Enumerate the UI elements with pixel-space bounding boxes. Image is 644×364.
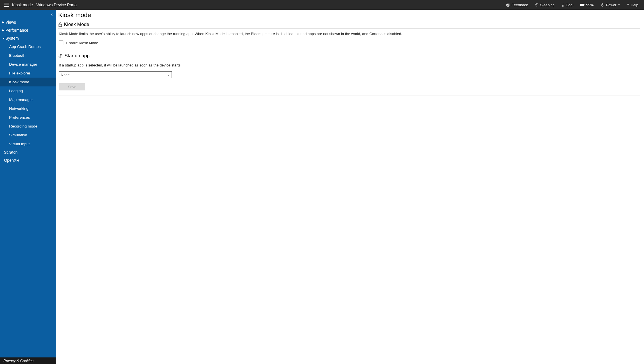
- collapse-sidebar-button[interactable]: [50, 11, 54, 18]
- nav-map-manager[interactable]: Map manager: [0, 95, 56, 104]
- divider: [58, 96, 640, 96]
- enable-kiosk-checkbox[interactable]: [59, 41, 63, 45]
- chevron-left-icon: [51, 13, 53, 16]
- sleeping-status[interactable]: Sleeping: [531, 3, 558, 7]
- pin-icon: [58, 54, 63, 58]
- nav-simulation[interactable]: Simulation: [0, 131, 56, 139]
- power-button[interactable]: Power ▼: [597, 3, 624, 7]
- feedback-button[interactable]: Feedback: [503, 3, 531, 7]
- nav-scratch-label: Scratch: [4, 150, 17, 155]
- help-button[interactable]: ? Help: [623, 3, 642, 7]
- startup-app-description: If a startup app is selected, it will be…: [58, 60, 640, 70]
- thermometer-icon: [562, 3, 564, 7]
- nav-app-crash-dumps[interactable]: App Crash Dumps: [0, 42, 56, 51]
- smiley-icon: [506, 3, 510, 7]
- svg-rect-4: [580, 4, 584, 6]
- cool-label: Cool: [566, 3, 573, 7]
- nav-views-label: Views: [5, 20, 16, 25]
- nav-performance-label: Performance: [5, 28, 28, 33]
- sidebar: ▶Views ▶Performance ◢System App Crash Du…: [0, 10, 56, 364]
- hamburger-icon[interactable]: [4, 3, 9, 7]
- nav-file-explorer[interactable]: File explorer: [0, 69, 56, 78]
- nav-tree: ▶Views ▶Performance ◢System App Crash Du…: [0, 10, 56, 164]
- nav-networking[interactable]: Networking: [0, 104, 56, 113]
- kiosk-mode-description: Kiosk Mode limits the user's ability to …: [58, 29, 640, 39]
- kiosk-mode-header-label: Kiosk Mode: [64, 22, 89, 27]
- battery-status[interactable]: 99%: [577, 3, 597, 7]
- battery-icon: [580, 3, 585, 6]
- startup-app-select[interactable]: None ⌄: [59, 71, 172, 78]
- startup-app-header: Startup app: [58, 52, 640, 60]
- main-content: Kiosk mode Kiosk Mode Kiosk Mode limits …: [56, 10, 644, 364]
- nav-preferences[interactable]: Preferences: [0, 113, 56, 122]
- power-label: Power: [606, 3, 617, 7]
- nav-recording-mode[interactable]: Recording mode: [0, 122, 56, 131]
- nav-bluetooth[interactable]: Bluetooth: [0, 51, 56, 60]
- sleeping-label: Sleeping: [540, 3, 555, 7]
- svg-rect-5: [584, 5, 584, 5]
- startup-app-header-label: Startup app: [65, 53, 90, 59]
- lock-icon: [58, 22, 62, 27]
- nav-device-manager[interactable]: Device manager: [0, 60, 56, 69]
- window-title: Kiosk mode - Windows Device Portal: [12, 3, 78, 7]
- caret-down-icon: ◢: [2, 37, 5, 39]
- chevron-down-icon: ⌄: [167, 73, 170, 77]
- nav-logging[interactable]: Logging: [0, 86, 56, 95]
- startup-app-selected-value: None: [61, 73, 70, 77]
- nav-kiosk-mode[interactable]: Kiosk mode: [0, 78, 56, 86]
- nav-views[interactable]: ▶Views: [0, 18, 56, 26]
- nav-scratch[interactable]: Scratch: [0, 148, 56, 156]
- svg-point-1: [507, 4, 508, 5]
- nav-performance[interactable]: ▶Performance: [0, 26, 56, 34]
- svg-point-3: [562, 5, 564, 7]
- question-icon: ?: [627, 3, 629, 7]
- chevron-down-icon: ▼: [618, 4, 620, 6]
- caret-right-icon: ▶: [2, 21, 5, 24]
- nav-virtual-input[interactable]: Virtual Input: [0, 139, 56, 148]
- nav-system-label: System: [5, 36, 19, 41]
- page-title: Kiosk mode: [58, 11, 640, 19]
- svg-point-0: [506, 3, 510, 7]
- help-label: Help: [631, 3, 638, 7]
- privacy-cookies-link[interactable]: Privacy & Cookies: [0, 357, 56, 364]
- caret-right-icon: ▶: [2, 29, 5, 32]
- battery-label: 99%: [586, 3, 593, 7]
- history-icon: [535, 3, 539, 7]
- enable-kiosk-checkbox-row[interactable]: Enable Kiosk Mode: [58, 39, 640, 50]
- nav-openxr[interactable]: OpenXR: [0, 156, 56, 164]
- kiosk-mode-header: Kiosk Mode: [58, 21, 640, 29]
- nav-system[interactable]: ◢System: [0, 34, 56, 42]
- top-bar: Kiosk mode - Windows Device Portal Feedb…: [0, 0, 644, 10]
- enable-kiosk-label: Enable Kiosk Mode: [66, 41, 98, 45]
- svg-point-2: [509, 4, 509, 5]
- save-button[interactable]: Save: [59, 83, 85, 90]
- svg-rect-6: [59, 24, 62, 27]
- temperature-status[interactable]: Cool: [558, 3, 577, 7]
- feedback-label: Feedback: [512, 3, 528, 7]
- power-icon: [601, 3, 605, 7]
- nav-openxr-label: OpenXR: [4, 158, 19, 163]
